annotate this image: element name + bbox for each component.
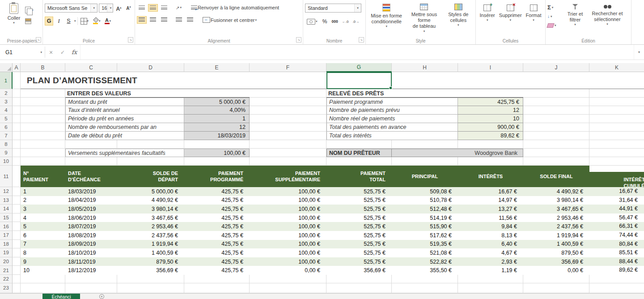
input-value[interactable]: 4,00%	[184, 106, 250, 115]
cell-interest[interactable]: 9,84 €	[458, 222, 523, 231]
summary-value[interactable]: 12	[458, 106, 523, 115]
cell-due-date[interactable]: 18/05/2019	[65, 205, 117, 214]
summary-label[interactable]: Total des intérêts	[326, 132, 458, 140]
cell-cumulative-interest[interactable]: 88,44 €	[589, 257, 644, 266]
cell-start-balance[interactable]: 4 490,92 €	[117, 196, 184, 205]
cell-interest[interactable]: 16,67 €	[458, 187, 523, 196]
cell-principal[interactable]: 522,82 €	[392, 257, 458, 266]
number-format-combo[interactable]: Standard	[305, 4, 361, 13]
cell-total-payment[interactable]: 525,75 €	[326, 214, 392, 222]
cell-final-balance[interactable]: 1 919,94 €	[523, 231, 589, 240]
lender-name-label[interactable]: NOM DU PRÊTEUR	[326, 149, 392, 157]
cell-total-payment[interactable]: 525,75 €	[326, 205, 392, 214]
cell-interest[interactable]: 8,13 €	[458, 231, 523, 240]
cell-payment-number[interactable]: 1	[21, 187, 65, 196]
selected-cell-G1[interactable]	[326, 72, 392, 89]
summary-label[interactable]: Nombre de paiements prévu	[326, 106, 458, 115]
cell-extra-payment[interactable]: 100,00 €	[250, 248, 326, 257]
cell-due-date[interactable]: 18/08/2019	[65, 231, 117, 240]
cell-scheduled-payment[interactable]: 425,75 €	[184, 266, 250, 275]
extra-payment-label[interactable]: Versements supplémentaires facultatifs	[65, 149, 184, 157]
align-left-button[interactable]	[137, 16, 147, 24]
cell-payment-number[interactable]: 8	[21, 248, 65, 257]
row-header[interactable]: 19	[0, 248, 13, 257]
cell-payment-number[interactable]: 6	[21, 231, 65, 240]
row-header[interactable]: 15	[0, 214, 13, 222]
lender-name-value[interactable]: Woodgrove Bank	[392, 149, 523, 157]
orientation-button[interactable]	[174, 4, 183, 12]
cell-extra-payment[interactable]: 100,00 €	[250, 222, 326, 231]
cell-start-balance[interactable]: 3 467,65 €	[117, 214, 184, 222]
column-header[interactable]: C	[65, 63, 117, 72]
cell-principal[interactable]: 517,62 €	[392, 231, 458, 240]
input-value[interactable]: 5 000,00 €	[184, 98, 250, 106]
wrap-text-button[interactable]: Renvoyer à la ligne automatiquement	[189, 4, 281, 12]
cell-due-date[interactable]: 18/10/2019	[65, 248, 117, 257]
row-header[interactable]: 2	[0, 89, 13, 98]
row-header[interactable]: 14	[0, 205, 13, 214]
increase-font-button[interactable]: A	[114, 4, 123, 13]
cell-extra-payment[interactable]: 100,00 €	[250, 240, 326, 249]
cell-start-balance[interactable]: 1 919,94 €	[117, 240, 184, 249]
summary-value[interactable]: 10	[458, 115, 523, 123]
cell-total-payment[interactable]: 525,75 €	[326, 257, 392, 266]
cell-interest[interactable]: 1,19 €	[458, 266, 523, 275]
align-center-button[interactable]	[148, 16, 158, 24]
cell-start-balance[interactable]: 3 980,14 €	[117, 205, 184, 214]
summary-value[interactable]: 89,62 €	[458, 132, 523, 140]
confirm-entry-button[interactable]	[57, 45, 68, 60]
cell-due-date[interactable]: 18/06/2019	[65, 214, 117, 222]
decrease-indent-button[interactable]	[174, 16, 184, 24]
name-box[interactable]: G1	[0, 45, 45, 60]
summary-label[interactable]: Total des paiements en avance	[326, 123, 458, 132]
input-value[interactable]: 1	[184, 115, 250, 123]
cell-total-payment[interactable]: 525,75 €	[326, 240, 392, 249]
font-size-caret-icon[interactable]	[107, 4, 113, 12]
active-sheet-tab[interactable]: Échéanci	[42, 294, 80, 299]
row-header[interactable]: 21	[0, 266, 13, 275]
column-header[interactable]: G	[326, 63, 392, 72]
cell-due-date[interactable]: 18/03/2019	[65, 187, 117, 196]
column-header[interactable]: J	[523, 63, 589, 72]
format-cells-button[interactable]: Format	[526, 4, 542, 36]
cell-cumulative-interest[interactable]: 16,67 €	[589, 187, 644, 196]
cell-final-balance[interactable]: 1 400,59 €	[523, 240, 589, 249]
alignment-dialog-launcher[interactable]	[296, 37, 301, 43]
column-header[interactable]: A	[13, 63, 21, 72]
cell-scheduled-payment[interactable]: 425,75 €	[184, 257, 250, 266]
cell-payment-number[interactable]: 3	[21, 205, 65, 214]
number-format-caret-icon[interactable]	[354, 4, 361, 12]
cell-styles-button[interactable]: Styles de cellules	[444, 4, 473, 36]
input-values-header[interactable]: ENTRER DES VALEURS	[65, 89, 250, 98]
col-header-final-balance[interactable]: SOLDE FINAL	[523, 166, 589, 187]
cell-extra-payment[interactable]: 100,00 €	[250, 187, 326, 196]
cell-cumulative-interest[interactable]: 44,91 €	[589, 205, 644, 214]
bold-button[interactable]: G	[45, 17, 53, 26]
input-label[interactable]: Nombre de remboursements par an	[65, 123, 184, 132]
cell-scheduled-payment[interactable]: 425,75 €	[184, 222, 250, 231]
cell-start-balance[interactable]: 2 953,46 €	[117, 222, 184, 231]
cell-final-balance[interactable]: 3 467,65 €	[523, 205, 589, 214]
cell-interest[interactable]: 13,27 €	[458, 205, 523, 214]
cell-principal[interactable]: 521,08 €	[392, 248, 458, 257]
col-header-extra-payment[interactable]: PAIEMENT SUPPLÉMENTAIRE	[250, 166, 326, 187]
paste-button[interactable]: Coller	[4, 3, 24, 25]
cell-final-balance[interactable]: 4 490,92 €	[523, 187, 589, 196]
extra-payment-value[interactable]: 100,00 €	[184, 149, 250, 157]
cell-extra-payment[interactable]: 100,00 €	[250, 196, 326, 205]
col-header-due-date[interactable]: DATE D’ÉCHÉANCE	[65, 166, 117, 187]
cell-scheduled-payment[interactable]: 425,75 €	[184, 214, 250, 222]
col-header-start-balance[interactable]: SOLDE DE DÉPART	[117, 166, 184, 187]
col-header-payment-n[interactable]: N° PAIEMENT	[21, 166, 65, 187]
cell-principal[interactable]: 509,08 €	[392, 187, 458, 196]
input-label[interactable]: Date de début du prêt	[65, 132, 184, 140]
cell-final-balance[interactable]: 879,50 €	[523, 248, 589, 257]
summary-label[interactable]: Nombre réel de paiements	[326, 115, 458, 123]
formula-input[interactable]	[80, 45, 634, 60]
cell-principal[interactable]: 514,19 €	[392, 214, 458, 222]
cell-interest[interactable]: 11,56 €	[458, 214, 523, 222]
decrease-font-button[interactable]: A	[124, 4, 133, 13]
cell-principal[interactable]: 355,50 €	[392, 266, 458, 275]
row-header[interactable]: 20	[0, 257, 13, 266]
row-header[interactable]: 12	[0, 187, 13, 196]
